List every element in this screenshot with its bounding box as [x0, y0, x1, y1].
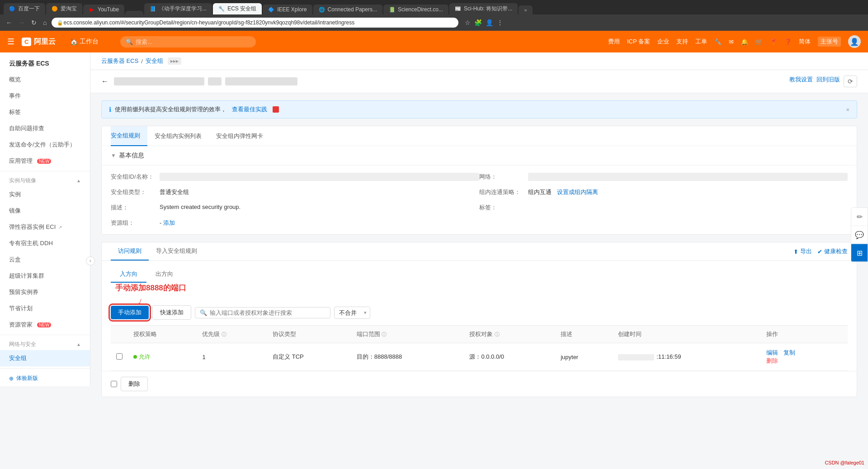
sidebar-item-eci[interactable]: 弹性容器实例 ECI ↗	[0, 219, 90, 235]
nav-location-icon[interactable]: 📍	[770, 38, 777, 45]
tab-baidu[interactable]: 🔵 百度一下	[4, 3, 45, 14]
network-value	[528, 173, 848, 181]
menu-icon[interactable]: ⋮	[497, 19, 503, 26]
sidebar-section-network[interactable]: 网络与安全 ▲	[0, 337, 90, 350]
sidebar-item-reserved[interactable]: 预留实例券	[0, 284, 90, 300]
tab-connected[interactable]: 🌐 Connected Papers...	[313, 5, 382, 14]
sidebar-item-troubleshoot[interactable]: 自助问题排查	[0, 120, 90, 137]
tab-scihub[interactable]: 📰 Sci-Hub: 将知识带...	[449, 3, 518, 14]
sidebar-item-events[interactable]: 事件	[0, 88, 90, 104]
section-nav-secgroup-rules[interactable]: 安全组规则	[111, 126, 147, 146]
sidebar-section-instance[interactable]: 实例与镜像 ▲	[0, 173, 90, 186]
health-icon: ✔	[817, 248, 822, 255]
sidebar-item-yunpan[interactable]: 云盒	[0, 251, 90, 268]
address-bar[interactable]: 🔒 ecs.console.aliyun.com/#/securityGroup…	[52, 18, 458, 28]
sidebar-item-resource[interactable]: 资源管家 NEW	[0, 317, 90, 333]
help-link[interactable]: 教我设置	[789, 76, 813, 87]
sidebar-item-appmanage[interactable]: 应用管理 NEW	[0, 153, 90, 169]
nav-username[interactable]: 主张号	[818, 37, 841, 47]
sidebar-item-ddh[interactable]: 专有宿主机 DDH	[0, 235, 90, 251]
edit-tool-btn[interactable]: ✏	[851, 208, 868, 226]
grid-tool-btn[interactable]: ⊞	[851, 244, 868, 261]
forward-button[interactable]: →	[16, 18, 27, 27]
profile-icon[interactable]: 👤	[486, 19, 493, 26]
back-button[interactable]: ←	[4, 18, 14, 27]
export-action[interactable]: ⬆ 导出	[793, 247, 812, 256]
nav-lang[interactable]: 简体	[799, 38, 811, 46]
add-resource-link[interactable]: 添加	[163, 219, 175, 226]
sidebar-item-newversion[interactable]: ⊕ 体验新版	[0, 370, 90, 386]
sidebar-item-tags[interactable]: 标签	[0, 104, 90, 120]
old-version-link[interactable]: 回到旧版	[816, 76, 840, 87]
breadcrumb-secgroup[interactable]: 安全组	[146, 57, 163, 65]
delete-action[interactable]: 删除	[766, 357, 778, 364]
tab-science[interactable]: 📗 ScienceDirect.co...	[383, 5, 448, 14]
nav-enterprise[interactable]: 企业	[657, 38, 669, 46]
avatar[interactable]: 👤	[848, 35, 861, 48]
dir-tab-inbound[interactable]: 入方向	[111, 266, 146, 283]
row-strategy-cell: 允许	[128, 343, 197, 371]
rules-tab-import[interactable]: 导入安全组规则	[149, 242, 204, 261]
tab-deep[interactable]: 📘 《动手学深度学习...	[144, 3, 212, 14]
bottom-checkbox[interactable]	[111, 381, 117, 387]
sidebar-item-overview[interactable]: 概览	[0, 71, 90, 88]
dir-tab-outbound[interactable]: 出方向	[146, 266, 182, 283]
sidebar-item-image[interactable]: 镜像	[0, 203, 90, 219]
rule-search-wrap[interactable]: 🔍	[195, 307, 330, 318]
refresh-button[interactable]: ⟳	[844, 76, 857, 87]
sidebar-item-secgroup[interactable]: 安全组	[0, 350, 90, 366]
filter-select[interactable]: 不合并 合并	[334, 307, 370, 319]
tab-ecs[interactable]: 🔧 ECS 安全组	[213, 3, 262, 14]
info-link[interactable]: 查看最佳实践	[232, 105, 267, 114]
sidebar-item-instance[interactable]: 实例	[0, 186, 90, 203]
nav-support[interactable]: 支持	[676, 38, 688, 46]
chat-tool-btn[interactable]: 💬	[851, 226, 868, 244]
sidebar-collapse-btn[interactable]: ‹	[86, 256, 95, 265]
sidebar-item-supercluster[interactable]: 超级计算集群	[0, 268, 90, 284]
rules-tab-access[interactable]: 访问规则	[111, 242, 149, 261]
nav-bell-icon[interactable]: 🔔	[741, 38, 748, 45]
nav-workorder[interactable]: 工单	[695, 38, 707, 46]
health-action[interactable]: ✔ 健康检查	[817, 247, 848, 256]
tab-more[interactable]: »	[519, 5, 532, 14]
row-checkbox-cell[interactable]	[111, 343, 128, 371]
tab-empty[interactable]	[125, 11, 143, 14]
info-close-btn[interactable]: ×	[846, 106, 849, 113]
back-button-header[interactable]: ←	[101, 77, 108, 85]
breadcrumb-ecs[interactable]: 云服务器 ECS	[101, 57, 138, 65]
workbench-link[interactable]: 🏠 工作台	[70, 38, 99, 46]
nav-mail-icon[interactable]: ✉	[729, 38, 734, 45]
hamburger-icon[interactable]: ☰	[7, 37, 14, 47]
section-nav-eni[interactable]: 安全组内弹性网卡	[209, 127, 270, 146]
tab-taobao[interactable]: 🟠 爱淘宝	[46, 3, 82, 14]
section-nav-instance-list[interactable]: 安全组内实例列表	[147, 127, 209, 146]
quick-add-button[interactable]: 快速添加	[152, 305, 191, 320]
search-input[interactable]	[136, 38, 250, 45]
policy-link[interactable]: 设置成组内隔离	[557, 189, 598, 195]
sidebar-item-saving[interactable]: 节省计划	[0, 300, 90, 317]
bookmark-icon[interactable]: ☆	[465, 19, 471, 26]
edit-action[interactable]: 编辑	[766, 349, 778, 356]
nav-cart-icon[interactable]: 🛒	[755, 38, 763, 45]
home-button[interactable]: ⌂	[41, 18, 49, 27]
sg-name-blurred	[114, 77, 204, 85]
tab-youtube[interactable]: ▶ YouTube	[83, 5, 124, 14]
nav-icp[interactable]: ICP 备案	[627, 38, 650, 46]
rule-search-input[interactable]	[210, 309, 326, 316]
filter-select-wrap[interactable]: 不合并 合并	[334, 307, 370, 319]
tab-ieee[interactable]: 🔷 IEEE Xplore	[263, 5, 312, 14]
nav-tools-icon[interactable]: 🔧	[714, 38, 722, 45]
extensions-icon[interactable]: 🧩	[474, 19, 482, 26]
copy-action[interactable]: 复制	[783, 349, 795, 356]
manual-add-button[interactable]: 手动添加	[111, 306, 149, 319]
basic-info-section-title[interactable]: ▼ 基本信息	[102, 146, 857, 166]
reload-button[interactable]: ↻	[29, 18, 39, 27]
sidebar-item-sendcmd[interactable]: 发送命令/文件（云助手）	[0, 137, 90, 153]
delete-button[interactable]: 删除	[121, 377, 148, 391]
nav-help-icon[interactable]: ❓	[784, 38, 792, 45]
nav-search-box[interactable]: 🔍	[120, 36, 256, 47]
row-checkbox[interactable]	[116, 353, 123, 360]
nav-fee[interactable]: 费用	[608, 38, 620, 46]
baidu-favicon: 🔵	[9, 6, 15, 12]
tags-label: 标签	[9, 108, 21, 116]
